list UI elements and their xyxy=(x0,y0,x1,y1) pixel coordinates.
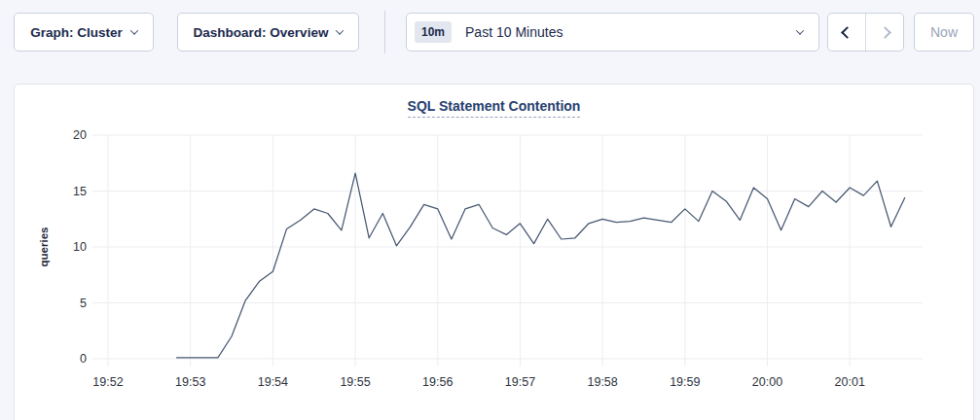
time-step-button-group xyxy=(827,13,904,52)
chart-panel: SQL Statement Contention 0510152019:5219… xyxy=(14,84,974,420)
y-axis-tick-label: 20 xyxy=(73,128,87,142)
chevron-down-icon xyxy=(130,26,138,34)
now-button[interactable]: Now xyxy=(914,13,974,52)
x-axis-tick-label: 19:59 xyxy=(670,375,700,389)
series-line-queries xyxy=(177,173,905,358)
x-axis-tick-label: 20:01 xyxy=(835,375,865,389)
prev-time-button[interactable] xyxy=(828,14,866,51)
y-axis-tick-label: 5 xyxy=(80,297,87,310)
x-axis-tick-label: 20:00 xyxy=(752,375,782,389)
x-axis-tick-label: 19:54 xyxy=(258,375,288,389)
graph-dropdown-label: Graph: Cluster xyxy=(30,25,123,40)
next-time-button[interactable] xyxy=(866,14,903,51)
x-axis-tick-label: 19:53 xyxy=(175,375,205,389)
y-axis-tick-label: 15 xyxy=(73,185,87,198)
chevron-down-icon xyxy=(796,26,804,34)
time-range-selector[interactable]: 10m Past 10 Minutes xyxy=(406,13,819,52)
toolbar-divider xyxy=(384,11,385,53)
graph-dropdown[interactable]: Graph: Cluster xyxy=(14,13,154,52)
chevron-left-icon xyxy=(841,26,853,39)
line-chart-canvas[interactable]: 0510152019:5219:5319:5419:5519:5619:5719… xyxy=(15,85,973,405)
chevron-right-icon xyxy=(879,26,891,39)
time-range-badge: 10m xyxy=(415,21,452,43)
y-axis-tick-label: 10 xyxy=(73,240,87,254)
x-axis-tick-label: 19:58 xyxy=(587,375,617,389)
chevron-down-icon xyxy=(336,26,344,34)
x-axis-tick-label: 19:57 xyxy=(505,375,535,389)
x-axis-tick-label: 19:55 xyxy=(340,375,370,389)
dashboard-dropdown-label: Dashboard: Overview xyxy=(194,25,329,40)
dashboard-dropdown[interactable]: Dashboard: Overview xyxy=(177,13,359,52)
y-axis-title: queries xyxy=(38,228,50,267)
y-axis-tick-label: 0 xyxy=(80,352,87,366)
x-axis-tick-label: 19:56 xyxy=(422,375,453,389)
x-axis-tick-label: 19:52 xyxy=(92,375,123,389)
time-range-label: Past 10 Minutes xyxy=(465,24,797,40)
now-button-label: Now xyxy=(930,24,958,40)
